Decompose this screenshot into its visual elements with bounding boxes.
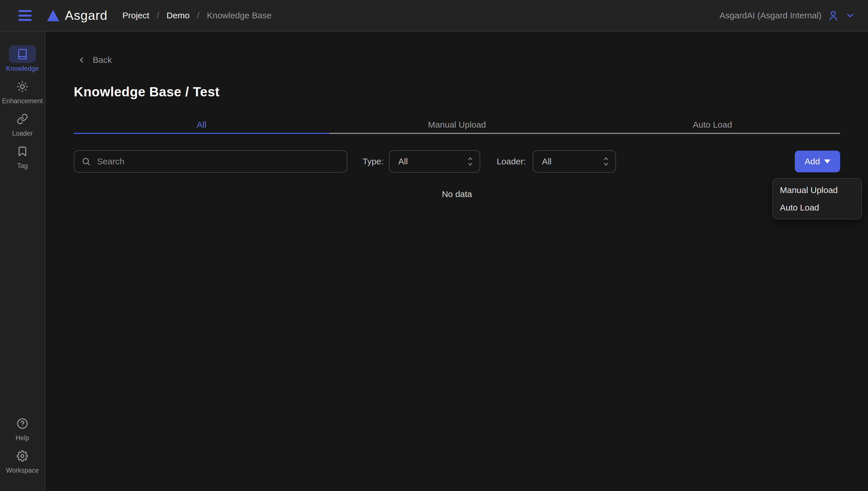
filter-row: Type: All Loader: All Add: [74, 150, 840, 173]
sidebar-item-help[interactable]: Help: [0, 415, 45, 442]
sidebar-item-label: Loader: [0, 129, 45, 137]
type-select-value: All: [398, 156, 466, 166]
sidebar-item-loader[interactable]: Loader: [0, 110, 45, 137]
sidebar-item-label: Tag: [0, 162, 45, 170]
menu-item-auto-load[interactable]: Auto Load: [773, 199, 861, 216]
book-icon: [17, 49, 28, 60]
add-button[interactable]: Add: [795, 150, 840, 172]
tab-underline: [74, 133, 840, 134]
breadcrumb-project[interactable]: Project: [123, 10, 149, 20]
breadcrumb: Project / Demo / Knowledge Base: [123, 10, 272, 20]
search-input[interactable]: [97, 156, 340, 166]
help-circle-icon: [17, 418, 28, 429]
sidebar-item-label: Workspace: [0, 467, 45, 474]
account-menu[interactable]: AsgardAI (Asgard Internal): [720, 9, 856, 22]
link-icon: [17, 113, 28, 125]
gear-icon: [17, 450, 28, 462]
page-title: Knowledge Base / Test: [74, 84, 840, 99]
chevron-left-icon: [77, 56, 86, 64]
type-select[interactable]: All: [389, 150, 480, 173]
bookmark-icon: [17, 146, 28, 157]
breadcrumb-separator: /: [157, 10, 159, 20]
loader-filter-label: Loader:: [496, 156, 526, 166]
app-header: Asgard Project / Demo / Knowledge Base A…: [0, 0, 868, 32]
sidebar: Knowledge Enhancement Loader: [0, 32, 45, 490]
sidebar-item-workspace[interactable]: Workspace: [0, 447, 45, 474]
account-name: AsgardAI (Asgard Internal): [720, 10, 821, 20]
tab-manual-upload[interactable]: Manual Upload: [329, 120, 585, 133]
menu-item-manual-upload[interactable]: Manual Upload: [773, 181, 861, 199]
tab-all[interactable]: All: [74, 120, 329, 133]
chevron-down-icon[interactable]: [845, 10, 856, 21]
empty-state-text: No data: [74, 189, 840, 199]
caret-down-icon: [824, 160, 831, 164]
sun-icon: [17, 81, 28, 92]
logo-text: Asgard: [65, 8, 108, 23]
sidebar-item-knowledge[interactable]: Knowledge: [0, 45, 45, 73]
sidebar-item-tag[interactable]: Tag: [0, 143, 45, 170]
hamburger-menu-icon[interactable]: [18, 10, 32, 21]
tab-auto-load[interactable]: Auto Load: [585, 120, 840, 133]
app-logo[interactable]: Asgard: [47, 8, 108, 23]
add-button-label: Add: [805, 156, 820, 166]
sidebar-footer: Help Workspace: [0, 415, 45, 474]
back-button[interactable]: Back: [77, 55, 112, 65]
select-arrows-icon: [466, 156, 474, 167]
breadcrumb-demo[interactable]: Demo: [166, 10, 189, 20]
add-dropdown-menu: Manual Upload Auto Load: [772, 178, 862, 220]
tab-bar: All Manual Upload Auto Load: [74, 120, 840, 134]
sidebar-item-enhancement[interactable]: Enhancement: [0, 78, 45, 105]
select-arrows-icon: [602, 156, 610, 167]
sidebar-item-label: Knowledge: [0, 65, 45, 73]
sidebar-item-label: Help: [0, 434, 45, 442]
breadcrumb-separator: /: [197, 10, 199, 20]
type-filter-label: Type:: [362, 156, 383, 166]
main-content: Back Knowledge Base / Test All Manual Up…: [45, 32, 868, 490]
search-box: [74, 150, 347, 173]
user-icon: [827, 9, 839, 22]
search-icon: [82, 157, 91, 166]
back-label: Back: [93, 55, 112, 65]
loader-select[interactable]: All: [533, 150, 616, 173]
loader-select-value: All: [542, 156, 602, 166]
triangle-logo-icon: [47, 10, 59, 21]
breadcrumb-current: Knowledge Base: [207, 10, 272, 20]
sidebar-item-label: Enhancement: [0, 97, 45, 105]
